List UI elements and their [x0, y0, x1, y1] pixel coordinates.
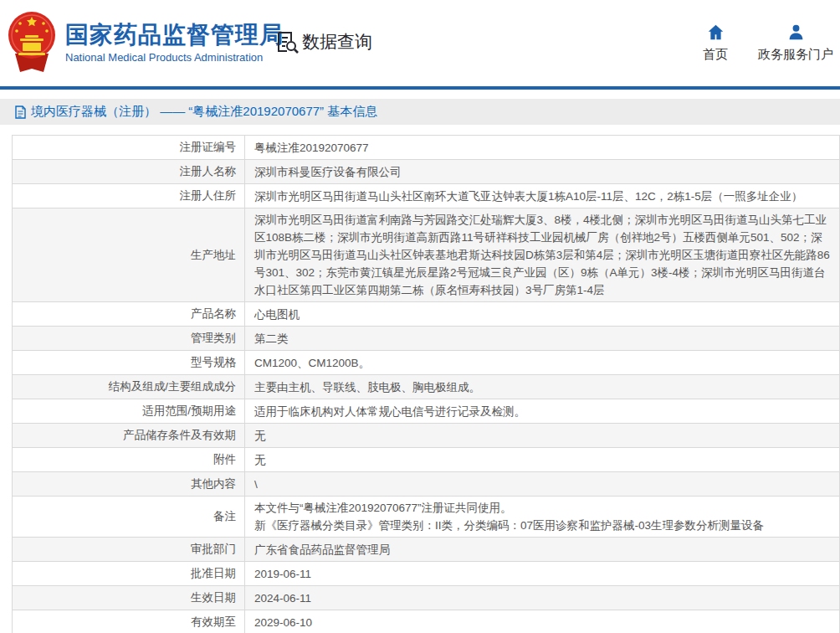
field-value: 心电图机 — [245, 302, 840, 327]
table-row: 附件无 — [13, 448, 840, 472]
nmpa-emblem-icon — [8, 10, 55, 75]
field-value: 2019-06-11 — [245, 562, 840, 586]
table-row: 注册人住所深圳市光明区马田街道马山头社区南环大道飞亚达钟表大厦1栋A10层-11… — [13, 184, 840, 208]
header-divider — [0, 86, 840, 90]
table-row: 备注本文件与“粤械注准20192070677”注册证共同使用。 新《医疗器械分类… — [13, 497, 840, 538]
field-label: 注册证编号 — [13, 136, 245, 160]
field-value: 深圳市光明区马田街道富利南路与芳园路交汇处瑞辉大厦3、8楼，4楼北侧；深圳市光明… — [245, 208, 840, 302]
field-label: 备注 — [13, 497, 245, 538]
nav-home[interactable]: 首页 — [703, 23, 728, 63]
field-value: CM1200、CM1200B。 — [245, 351, 840, 375]
field-label: 产品储存条件及有效期 — [13, 424, 245, 448]
brand-title-cn: 国家药品监督管理局 — [65, 22, 284, 49]
nav-portal[interactable]: 政务服务门户 — [758, 23, 833, 63]
field-value: 主要由主机、导联线、肢电极、胸电极组成。 — [245, 375, 840, 399]
field-value: 广东省食品药品监督管理局 — [245, 538, 840, 562]
field-label: 其他内容 — [13, 472, 245, 497]
table-row: 有效期至2029-06-10 — [13, 610, 840, 633]
field-value: 粤械注准20192070677 — [245, 136, 840, 160]
title-bar: 境内医疗器械（注册） —— “粤械注准20192070677” 基本信息 — [0, 99, 840, 125]
field-value: 2029-06-10 — [245, 610, 840, 633]
field-label: 型号规格 — [13, 351, 245, 375]
brand: 国家药品监督管理局 National Medical Products Admi… — [8, 10, 284, 75]
field-value: 适用于临床机构对人体常规心电信号进行记录及检测。 — [245, 399, 840, 424]
field-label: 适用范围/预期用途 — [13, 399, 245, 424]
table-row: 审批部门广东省食品药品监督管理局 — [13, 538, 840, 562]
table-row: 注册人名称深圳市科曼医疗设备有限公司 — [13, 160, 840, 184]
data-query-icon — [274, 29, 300, 54]
table-row: 批准日期2019-06-11 — [13, 562, 840, 586]
table-row: 结构及组成/主要组成成分主要由主机、导联线、肢电极、胸电极组成。 — [13, 375, 840, 399]
field-value: \ — [245, 472, 840, 497]
top-nav: 首页 政务服务门户 — [703, 23, 833, 63]
table-row: 生效日期2024-06-11 — [13, 586, 840, 610]
field-label: 审批部门 — [13, 538, 245, 562]
table-row: 适用范围/预期用途适用于临床机构对人体常规心电信号进行记录及检测。 — [13, 399, 840, 424]
registration-info-table: 注册证编号粤械注准20192070677注册人名称深圳市科曼医疗设备有限公司注册… — [12, 135, 840, 633]
field-label: 生效日期 — [13, 586, 245, 610]
brand-title-en: National Medical Products Administration — [65, 51, 284, 64]
user-icon — [787, 23, 805, 41]
table-row: 注册证编号粤械注准20192070677 — [13, 136, 840, 160]
field-label: 注册人名称 — [13, 160, 245, 184]
brand-text: 国家药品监督管理局 National Medical Products Admi… — [65, 22, 284, 64]
field-label: 生产地址 — [13, 208, 245, 302]
field-value: 深圳市光明区马田街道马山头社区南环大道飞亚达钟表大厦1栋A10层-11层、12C… — [245, 184, 840, 208]
data-query-link[interactable]: 数据查询 — [274, 29, 372, 54]
table-row: 产品储存条件及有效期无 — [13, 424, 840, 448]
data-query-label: 数据查询 — [302, 30, 372, 54]
field-label: 注册人住所 — [13, 184, 245, 208]
home-icon — [707, 23, 725, 41]
nav-portal-label: 政务服务门户 — [758, 47, 833, 63]
field-value: 本文件与“粤械注准20192070677”注册证共同使用。 新《医疗器械分类目录… — [245, 497, 840, 538]
field-label: 管理类别 — [13, 327, 245, 351]
field-value: 第二类 — [245, 327, 840, 351]
table-row: 产品名称心电图机 — [13, 302, 840, 327]
field-label: 附件 — [13, 448, 245, 472]
site-header: 国家药品监督管理局 National Medical Products Admi… — [0, 0, 840, 86]
field-value: 无 — [245, 448, 840, 472]
nav-home-label: 首页 — [703, 47, 728, 63]
field-value: 无 — [245, 424, 840, 448]
field-label: 有效期至 — [13, 610, 245, 633]
table-row: 管理类别第二类 — [13, 327, 840, 351]
field-label: 产品名称 — [13, 302, 245, 327]
field-value: 深圳市科曼医疗设备有限公司 — [245, 160, 840, 184]
field-label: 结构及组成/主要组成成分 — [13, 375, 245, 399]
page-title: 境内医疗器械（注册） —— “粤械注准20192070677” 基本信息 — [31, 104, 377, 120]
field-label: 批准日期 — [13, 562, 245, 586]
field-value: 2024-06-11 — [245, 586, 840, 610]
table-row: 生产地址深圳市光明区马田街道富利南路与芳园路交汇处瑞辉大厦3、8楼，4楼北侧；深… — [13, 208, 840, 302]
document-icon — [15, 106, 26, 119]
table-row: 型号规格CM1200、CM1200B。 — [13, 351, 840, 375]
table-row: 其他内容\ — [13, 472, 840, 497]
